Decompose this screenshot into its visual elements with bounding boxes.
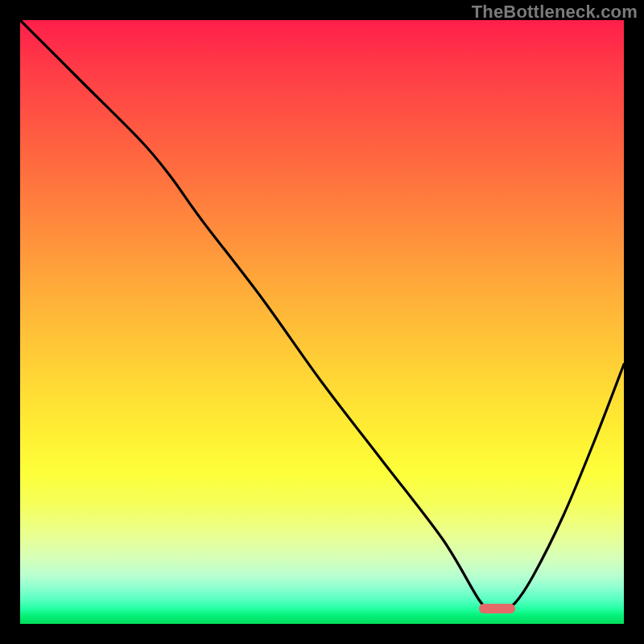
bottleneck-curve: [20, 20, 624, 609]
curve-layer: [20, 20, 624, 624]
chart-container: TheBottleneck.com: [0, 0, 644, 644]
plot-area: [20, 20, 624, 624]
watermark-text: TheBottleneck.com: [472, 2, 638, 23]
optimal-range-marker: [479, 604, 515, 613]
